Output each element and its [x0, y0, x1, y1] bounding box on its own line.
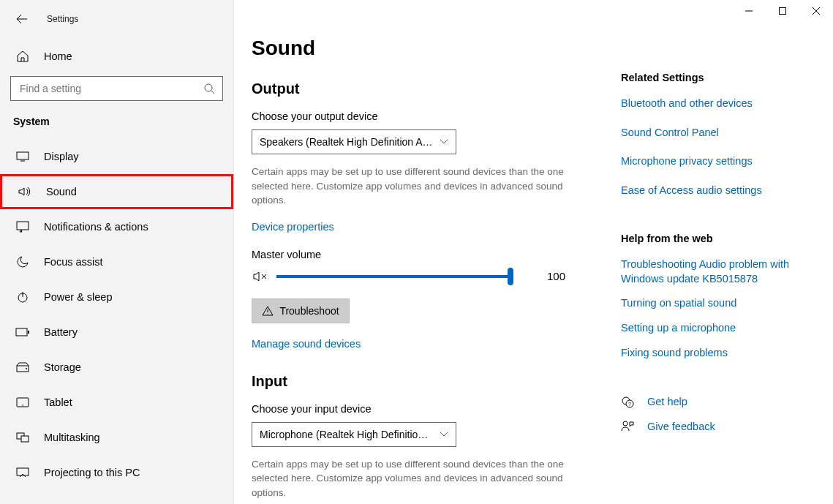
related-settings-heading: Related Settings [621, 72, 821, 83]
help-link-troubleshoot-kb[interactable]: Troubleshooting Audio problem with Windo… [621, 257, 821, 286]
sidebar-item-label: Sound [46, 186, 77, 198]
battery-icon [15, 328, 31, 336]
tablet-icon [15, 397, 31, 407]
main-area: Sound Output Choose your output device S… [234, 0, 833, 504]
sidebar-item-label: Battery [44, 326, 78, 338]
sidebar-item-label: Multitasking [44, 432, 100, 443]
output-device-dropdown[interactable]: Speakers (Realtek High Definition A… [252, 129, 456, 154]
sidebar-item-label: Tablet [44, 396, 72, 408]
manage-sound-devices-link[interactable]: Manage sound devices [252, 338, 361, 350]
titlebar: Settings [0, 6, 233, 32]
home-icon [15, 50, 31, 63]
arrow-left-icon [16, 13, 28, 25]
svg-rect-2 [17, 222, 29, 230]
get-help-row[interactable]: ? Get help [621, 395, 821, 410]
output-device-value: Speakers (Realtek High Definition A… [260, 136, 434, 148]
output-hint: Certain apps may be set up to use differ… [252, 165, 588, 208]
related-link-bluetooth[interactable]: Bluetooth and other devices [621, 97, 821, 111]
input-hint: Certain apps may be set up to use differ… [252, 457, 588, 500]
input-device-dropdown[interactable]: Microphone (Realtek High Definitio… [252, 422, 456, 447]
device-properties-link[interactable]: Device properties [252, 221, 334, 233]
help-heading: Help from the web [621, 233, 821, 244]
sidebar-item-label: Projecting to this PC [44, 467, 140, 478]
sidebar-item-label: Power & sleep [44, 291, 113, 303]
help-link-spatial-sound[interactable]: Turning on spatial sound [621, 296, 821, 311]
back-button[interactable] [13, 10, 31, 28]
input-device-label: Choose your input device [252, 403, 592, 415]
chevron-down-icon [440, 139, 448, 145]
sidebar-home[interactable]: Home [0, 42, 233, 70]
input-device-value: Microphone (Realtek High Definitio… [260, 429, 434, 440]
related-link-mic-privacy[interactable]: Microphone privacy settings [621, 154, 821, 169]
window-title: Settings [47, 14, 78, 24]
search-icon [204, 83, 215, 94]
svg-text:?: ? [628, 402, 631, 407]
sidebar-item-label: Storage [44, 361, 81, 373]
chevron-down-icon [440, 432, 448, 437]
volume-label: Master volume [252, 249, 592, 260]
sidebar-item-focus-assist[interactable]: Focus assist [0, 244, 233, 279]
focus-assist-icon [15, 255, 31, 268]
volume-value: 100 [547, 270, 565, 282]
help-link-fix-sound[interactable]: Fixing sound problems [621, 346, 821, 361]
storage-icon [15, 362, 31, 372]
mute-icon[interactable] [252, 270, 269, 283]
svg-point-16 [623, 421, 627, 426]
volume-slider[interactable] [276, 268, 510, 285]
svg-rect-1 [17, 152, 29, 159]
page-title: Sound [252, 37, 592, 60]
sidebar-item-tablet[interactable]: Tablet [0, 385, 233, 420]
notifications-icon [15, 221, 31, 233]
sidebar-item-label: Focus assist [44, 256, 103, 268]
minimize-button[interactable] [732, 0, 766, 22]
sidebar-item-sound[interactable]: Sound [0, 174, 233, 209]
home-label: Home [44, 50, 72, 62]
sidebar-item-battery[interactable]: Battery [0, 315, 233, 350]
search-input[interactable] [11, 77, 222, 100]
svg-point-0 [205, 84, 212, 91]
svg-rect-5 [28, 331, 29, 334]
sidebar-item-projecting[interactable]: Projecting to this PC [0, 455, 233, 490]
sidebar: Settings Home System Display [0, 0, 234, 504]
feedback-row[interactable]: Give feedback [621, 420, 821, 435]
power-icon [15, 291, 31, 303]
svg-point-7 [26, 368, 27, 369]
right-column: Related Settings Bluetooth and other dev… [621, 0, 833, 504]
window-controls [732, 0, 833, 22]
sidebar-item-notifications[interactable]: Notifications & actions [0, 209, 233, 244]
sidebar-item-label: Display [44, 151, 79, 162]
sidebar-item-multitasking[interactable]: Multitasking [0, 420, 233, 455]
sidebar-item-display[interactable]: Display [0, 139, 233, 174]
help-icon: ? [621, 396, 634, 409]
related-link-ease-of-access[interactable]: Ease of Access audio settings [621, 184, 821, 198]
related-link-sound-control[interactable]: Sound Control Panel [621, 126, 821, 140]
slider-thumb[interactable] [508, 268, 513, 285]
svg-rect-4 [16, 328, 27, 336]
sidebar-section-label: System [0, 101, 233, 132]
troubleshoot-button[interactable]: Troubleshoot [252, 298, 350, 323]
projecting-icon [15, 467, 31, 478]
sound-icon [17, 186, 33, 198]
troubleshoot-label: Troubleshoot [279, 305, 339, 317]
help-link-setup-mic[interactable]: Setting up a microphone [621, 321, 821, 336]
warning-icon [262, 306, 274, 316]
maximize-button[interactable] [766, 0, 799, 22]
output-heading: Output [252, 80, 592, 97]
feedback-link[interactable]: Give feedback [647, 420, 715, 435]
close-button[interactable] [799, 0, 833, 22]
search-box[interactable] [10, 76, 223, 101]
get-help-link[interactable]: Get help [647, 395, 687, 410]
content: Sound Output Choose your output device S… [234, 0, 621, 504]
sidebar-nav: Display Sound Notifications & actions Fo… [0, 139, 233, 490]
feedback-icon [621, 420, 634, 433]
sidebar-item-label: Notifications & actions [44, 221, 148, 233]
sidebar-item-power-sleep[interactable]: Power & sleep [0, 279, 233, 315]
svg-rect-17 [780, 8, 786, 15]
output-device-label: Choose your output device [252, 110, 592, 122]
svg-point-9 [22, 405, 23, 406]
multitasking-icon [15, 432, 31, 443]
sidebar-item-storage[interactable]: Storage [0, 350, 233, 385]
svg-rect-11 [21, 436, 29, 442]
display-icon [15, 151, 31, 162]
input-heading: Input [252, 373, 592, 390]
